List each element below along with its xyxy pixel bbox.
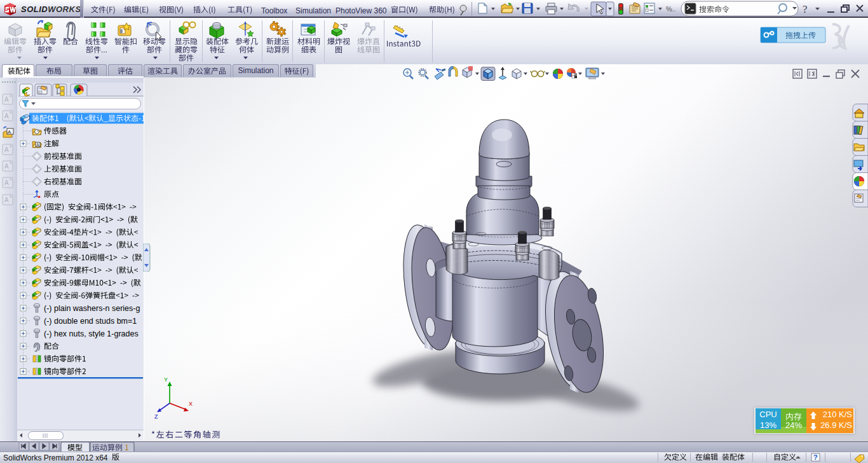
svg-text:A: A [36, 142, 39, 147]
svg-text:A: A [8, 129, 11, 135]
svg-text:A: A [4, 146, 9, 153]
svg-text:?: ? [813, 453, 818, 461]
svg-text:A: A [4, 113, 9, 120]
svg-text:A: A [4, 179, 9, 186]
svg-text:%..: %.. [666, 5, 676, 13]
svg-text:X: X [189, 401, 193, 407]
svg-text:A: A [4, 197, 9, 204]
svg-text:(-) hex nuts, style 1-grades: (-) hex nuts, style 1-grades [44, 329, 139, 338]
svg-text:A: A [4, 96, 9, 103]
svg-text:A: A [4, 163, 9, 170]
svg-text:Z: Z [154, 413, 158, 420]
svg-text:(-) double end studs bm=1: (-) double end studs bm=1 [44, 317, 137, 326]
svg-text:(-) plain washers-n series-g: (-) plain washers-n series-g [44, 304, 140, 313]
svg-text:?: ? [803, 3, 808, 15]
svg-text:Y: Y [164, 377, 168, 383]
